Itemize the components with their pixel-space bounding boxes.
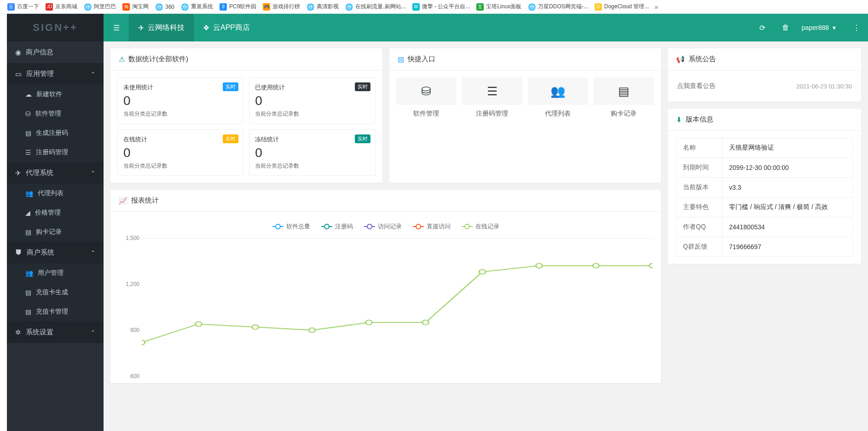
bookmark-item[interactable]: W微擎 - 公众平台自... <box>410 3 473 11</box>
quick-purchase-record[interactable]: ▤购卡记录 <box>594 77 654 118</box>
version-value: 零门槛 / 响应式 / 清爽 / 极简 / 高效 <box>723 198 853 217</box>
version-value: v3.3 <box>723 178 853 198</box>
bookmark-item[interactable]: 淘淘宝网 <box>120 3 151 11</box>
quick-software-mgmt[interactable]: ⛁软件管理 <box>396 77 457 118</box>
sidebar-label: 价格管理 <box>35 209 61 217</box>
sidebar-item-recharge-mgmt[interactable]: ▤充值卡管理 <box>7 302 104 321</box>
legend-item[interactable]: .leg-swatch[style*="#a0d468"]::after{bor… <box>462 222 499 231</box>
chart-point[interactable] <box>365 320 372 325</box>
bookmark-item[interactable]: 百百度一下 <box>5 3 42 11</box>
sidebar-item-agent-list[interactable]: 👥代理列表 <box>7 184 104 203</box>
user-menu[interactable]: paper888 ▾ <box>797 24 845 31</box>
legend-label: 软件总量 <box>286 222 310 231</box>
bookmark-item[interactable]: 🌐万星DDOS网页端-... <box>525 3 591 11</box>
bookmark-label: 阿里巴巴 <box>94 3 116 11</box>
legend-item[interactable]: .leg-swatch[style*="#6a5acd"]::after{bor… <box>364 222 402 231</box>
chart-point[interactable] <box>142 340 145 345</box>
nav-icon: ▤ <box>25 228 31 236</box>
gear-icon: ✲ <box>15 328 21 337</box>
sidebar-item-regcode-mgmt[interactable]: ☰注册码管理 <box>7 143 104 162</box>
sidebar-item-merchant-info[interactable]: ◉ 商户信息 <box>7 41 104 63</box>
menu-icon: ☰ <box>113 23 120 32</box>
legend-swatch: .leg-swatch[style*="#6a5acd"]::after{bor… <box>364 226 375 227</box>
sidebar-item-price-mgmt[interactable]: ◢价格管理 <box>7 203 104 222</box>
bookmark-item[interactable]: DDogeCloud 管理... <box>592 3 652 11</box>
sidebar-item-merchant-sys[interactable]: ⛊ 商户系统 ⌃ <box>7 242 104 263</box>
sidebar-item-purchase-record[interactable]: ▤购卡记录 <box>7 222 104 242</box>
legend-swatch: .leg-swatch[style*="#009688"]::after{bor… <box>321 226 332 227</box>
bookmark-label: 高清影视 <box>317 3 339 11</box>
chart-point[interactable] <box>649 263 653 268</box>
stat-value: 0 <box>255 146 369 160</box>
refresh-button[interactable]: ⟳ <box>751 14 774 41</box>
chart-point[interactable] <box>593 263 599 268</box>
sidebar-label: 商户信息 <box>26 48 53 57</box>
bookmark-label: 重装系统 <box>191 3 213 11</box>
quick-icon: 👥 <box>528 77 588 105</box>
quick-agent-list[interactable]: 👥代理列表 <box>528 77 588 118</box>
table-row: Q群反馈719666697 <box>677 237 853 257</box>
chart-point[interactable] <box>479 269 486 274</box>
announce-time: 2021-06-23 01:30:30 <box>796 83 852 90</box>
chart-icon: 📈 <box>119 197 127 205</box>
stats-panel: ⚠ 数据统计(全部软件) 实时 未使用统计 0 当前分类总记录数实时 已使用统计… <box>110 48 382 183</box>
tab-cloud-app-store[interactable]: ❖ 云APP商店 <box>194 14 259 41</box>
legend-item[interactable]: .leg-swatch[style*="#1e9fff"]::after{bor… <box>272 222 310 231</box>
sidebar-item-app-mgmt[interactable]: ▭ 应用管理 ⌃ <box>7 63 104 85</box>
user-name: paper888 <box>802 24 829 31</box>
refresh-icon: ⟳ <box>759 23 765 32</box>
sidebar-label: 生成注册码 <box>36 129 68 137</box>
bookmark-label: 微擎 - 公众平台自... <box>422 3 470 11</box>
sidebar-item-software-mgmt[interactable]: ⛁软件管理 <box>7 104 104 123</box>
quick-label: 注册码管理 <box>462 110 522 118</box>
more-button[interactable]: ⋮ <box>845 14 868 41</box>
stat-subtitle: 当前分类总记录数 <box>123 110 237 118</box>
bookmark-item[interactable]: 🌐阿里巴巴 <box>81 3 119 11</box>
tab-cloud-network[interactable]: ✈ 云网络科技 <box>129 14 194 41</box>
announce-link[interactable]: 点我查看公告 <box>677 82 716 90</box>
sidebar-item-new-software[interactable]: ☁新建软件 <box>7 85 104 104</box>
sidebar-item-sys-set[interactable]: ✲ 系统设置 ⌃ <box>7 321 104 343</box>
bookmark-item[interactable]: 9PC9软件园 <box>217 3 259 11</box>
logo: SIGN++ <box>7 14 104 41</box>
bookmark-label: 在线刷流量,刷网站... <box>355 3 405 11</box>
sidebar: SIGN++ ◉ 商户信息 ▭ 应用管理 ⌃ ☁新建软件⛁软件管理▤生成注册码☰… <box>7 14 104 431</box>
topbar: ☰ ✈ 云网络科技 ❖ 云APP商店 ⟳ 🗑 paper888 ▾ ⋮ <box>104 14 868 41</box>
sidebar-item-user-mgmt[interactable]: 👥用户管理 <box>7 263 104 283</box>
chart-point[interactable] <box>422 320 429 325</box>
panel-title: 数据统计(全部软件) <box>128 55 188 64</box>
chart-point[interactable] <box>252 325 259 329</box>
stat-card: 实时 冻结统计 0 当前分类总记录数 <box>249 129 375 176</box>
table-row: 当前版本v3.3 <box>677 178 853 198</box>
chart-point[interactable] <box>536 263 542 268</box>
sidebar-item-agent-sys[interactable]: ✈ 代理系统 ⌃ <box>7 162 104 184</box>
bookmark-item[interactable]: 🎮游戏排行榜 <box>260 3 303 11</box>
sidebar-label: 购卡记录 <box>36 228 62 236</box>
chart-line <box>142 266 653 343</box>
stat-subtitle: 当前分类总记录数 <box>255 162 369 170</box>
sidebar-item-recharge-gen[interactable]: ▤充值卡生成 <box>7 283 104 302</box>
chart-point[interactable] <box>309 328 315 332</box>
chart-point[interactable] <box>195 322 202 326</box>
bookmark-item[interactable]: JD京东商城 <box>43 3 80 11</box>
bookmark-item[interactable]: 宝宝塔Linux面板 <box>474 3 524 11</box>
nav-icon: ⛁ <box>25 110 31 117</box>
bookmark-item[interactable]: 🌐高清影视 <box>304 3 341 11</box>
y-axis-label: 600 <box>119 373 139 379</box>
sidebar-item-gen-regcode[interactable]: ▤生成注册码 <box>7 123 104 143</box>
globe-icon: 🌐 <box>181 3 189 11</box>
bookmark-item[interactable]: 🌐360 <box>152 3 177 11</box>
bookmark-item[interactable]: 🌐重装系统 <box>178 3 216 11</box>
legend-swatch: .leg-swatch[style*="#1e9fff"]::after{bor… <box>272 226 284 227</box>
trash-icon: 🗑 <box>782 23 789 32</box>
legend-item[interactable]: .leg-swatch[style*="#ff5722"]::after{bor… <box>413 222 451 231</box>
bookmarks-overflow[interactable]: » <box>654 3 658 11</box>
card-icon: ▤ <box>398 55 404 64</box>
quick-regcode-mgmt[interactable]: ☰注册码管理 <box>462 77 522 118</box>
table-row: 名称天狼星网络验证 <box>677 138 853 158</box>
trash-button[interactable]: 🗑 <box>774 14 797 41</box>
legend-item[interactable]: .leg-swatch[style*="#009688"]::after{bor… <box>321 222 353 231</box>
bookmark-item[interactable]: 🌐在线刷流量,刷网站... <box>342 3 408 11</box>
warning-icon: ⚠ <box>119 55 125 64</box>
menu-toggle-button[interactable]: ☰ <box>104 14 129 41</box>
